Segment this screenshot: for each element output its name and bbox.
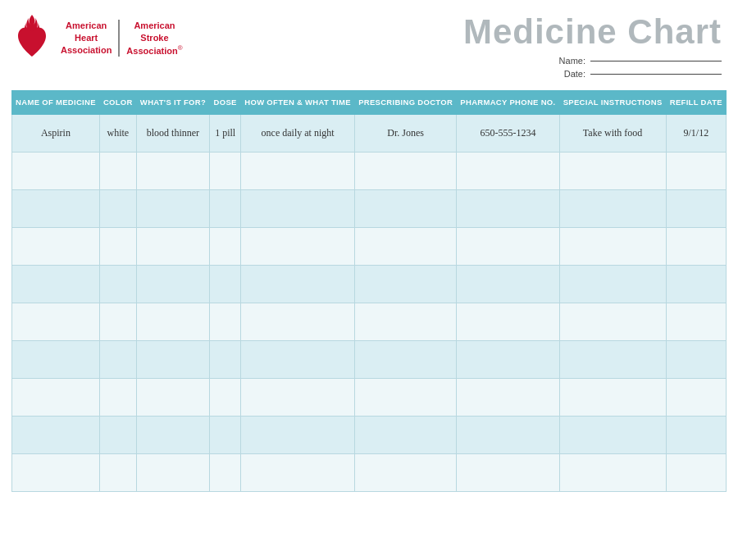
table-header-cell: PHARMACY PHONE NO. <box>457 91 559 115</box>
table-header-row: NAME OF MEDICINECOLORWHAT'S IT FOR?DOSEH… <box>12 91 727 115</box>
table-cell <box>241 341 355 379</box>
table-cell <box>241 417 355 454</box>
table-row: Aspirinwhiteblood thinner1 pillonce dail… <box>12 115 727 153</box>
table-cell: 1 pill <box>210 115 241 153</box>
table-cell <box>666 341 726 379</box>
name-underline <box>590 61 722 61</box>
table-cell <box>457 379 559 417</box>
table-cell <box>457 454 559 492</box>
name-label: Name: <box>559 56 585 66</box>
table-cell <box>210 266 241 303</box>
table-cell <box>210 303 241 341</box>
table-cell <box>457 153 559 190</box>
table-cell <box>355 341 457 379</box>
table-header-cell: SPECIAL INSTRUCTIONS <box>559 91 666 115</box>
table-header-cell: DOSE <box>210 91 241 115</box>
table-cell <box>355 228 457 266</box>
table-row <box>12 417 727 454</box>
table-row <box>12 341 727 379</box>
table-cell: 650-555-1234 <box>457 115 559 153</box>
table-cell <box>666 417 726 454</box>
table-header-cell: HOW OFTEN & WHAT TIME <box>241 91 355 115</box>
table-cell <box>210 190 241 228</box>
table-cell <box>99 379 136 417</box>
medicine-table: NAME OF MEDICINECOLORWHAT'S IT FOR?DOSEH… <box>11 90 727 492</box>
table-cell <box>559 266 666 303</box>
table-cell <box>559 228 666 266</box>
table-cell <box>559 417 666 454</box>
table-header-cell: PRESCRIBING DOCTOR <box>355 91 457 115</box>
name-field-line: Name: <box>463 56 722 66</box>
table-cell <box>355 303 457 341</box>
table-cell <box>99 266 136 303</box>
table-cell <box>99 341 136 379</box>
table-cell <box>666 454 726 492</box>
table-cell <box>457 341 559 379</box>
table-cell <box>99 153 136 190</box>
table-cell <box>99 417 136 454</box>
logo-right-text: American Stroke Association® <box>126 20 182 57</box>
table-cell <box>457 417 559 454</box>
table-cell <box>12 379 100 417</box>
table-cell <box>355 379 457 417</box>
table-cell <box>210 379 241 417</box>
table-cell <box>136 454 209 492</box>
table-cell <box>136 228 209 266</box>
date-field-line: Date: <box>463 69 722 79</box>
table-row <box>12 266 727 303</box>
table-row <box>12 454 727 492</box>
table-cell <box>241 153 355 190</box>
table-cell <box>241 190 355 228</box>
table-cell <box>210 228 241 266</box>
table-cell <box>241 303 355 341</box>
table-cell <box>355 454 457 492</box>
table-cell <box>210 454 241 492</box>
table-cell <box>666 303 726 341</box>
table-cell <box>559 341 666 379</box>
table-cell <box>457 266 559 303</box>
aha-logo-icon <box>11 11 52 65</box>
table-cell <box>559 303 666 341</box>
table-cell <box>666 228 726 266</box>
table-cell: Aspirin <box>12 115 100 153</box>
table-cell <box>666 153 726 190</box>
table-row <box>12 153 727 190</box>
table-cell <box>355 190 457 228</box>
table-cell <box>666 379 726 417</box>
table-cell <box>12 303 100 341</box>
table-cell: white <box>99 115 136 153</box>
title-area: Medicine Chart Name: Date: <box>463 11 722 82</box>
table-cell <box>241 228 355 266</box>
table-cell <box>12 266 100 303</box>
table-cell <box>99 303 136 341</box>
table-header-cell: WHAT'S IT FOR? <box>136 91 209 115</box>
table-cell <box>457 303 559 341</box>
table-cell <box>241 266 355 303</box>
table-cell <box>136 417 209 454</box>
table-cell <box>12 190 100 228</box>
table-cell: 9/1/12 <box>666 115 726 153</box>
table-header-cell: COLOR <box>99 91 136 115</box>
table-row <box>12 303 727 341</box>
table-cell: Dr. Jones <box>355 115 457 153</box>
table-cell: once daily at night <box>241 115 355 153</box>
table-cell <box>136 303 209 341</box>
table-cell <box>210 417 241 454</box>
table-cell <box>666 266 726 303</box>
table-cell <box>136 379 209 417</box>
table-cell <box>99 190 136 228</box>
table-row <box>12 190 727 228</box>
table-cell <box>12 153 100 190</box>
logo-area: American Heart Association American Stro… <box>11 11 183 65</box>
table-cell <box>12 454 100 492</box>
header: American Heart Association American Stro… <box>0 0 738 90</box>
table-cell <box>99 454 136 492</box>
table-cell <box>457 228 559 266</box>
page: American Heart Association American Stro… <box>0 0 738 560</box>
table-cell <box>241 454 355 492</box>
table-cell <box>12 228 100 266</box>
table-cell: Take with food <box>559 115 666 153</box>
date-underline <box>590 74 722 75</box>
table-cell <box>241 379 355 417</box>
table-cell <box>457 190 559 228</box>
